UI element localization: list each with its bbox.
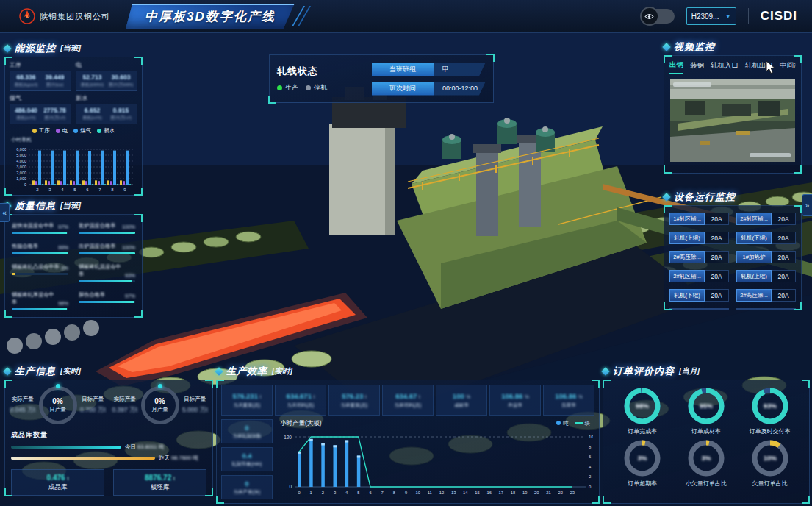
panel-diamond-icon <box>3 44 11 52</box>
donut-label: 订单成材率 <box>691 427 721 435</box>
header-decoration <box>292 6 326 26</box>
svg-text:10: 10 <box>415 491 420 495</box>
efficiency-cell: 100 % 成材率 <box>436 385 487 416</box>
panel-efficiency: 生产效率 [实时] 576.231 t 当天重量(总) 634.671 t 当天… <box>216 366 600 504</box>
svg-text:8: 8 <box>393 491 395 495</box>
video-tab-中间冷[interactable]: 中间冷 <box>780 61 796 74</box>
panel-production: 生产信息 [实时] 实际产量 0.045 万t 0%日产量 目标产量 0.700… <box>4 366 213 496</box>
status-dot <box>277 85 282 90</box>
line-select-dropdown[interactable]: H2309... ▼ <box>686 7 736 25</box>
equipment-button[interactable]: 2#高压除... <box>736 289 772 302</box>
equipment-value: 20A <box>705 289 729 302</box>
company-logo: 陕钢集团汉钢公司 <box>19 8 110 24</box>
donut-gauge: 98% <box>622 386 662 426</box>
svg-text:9: 9 <box>123 188 126 192</box>
donut-label: 小欠量订单占比 <box>686 480 727 488</box>
panel-energy: 能源监控 [当班] 工序 68.336单耗(kgce/t) 39.449累计(t… <box>4 43 143 196</box>
order-donut: 3% 订单超期率 <box>611 438 675 488</box>
svg-text:4: 4 <box>589 465 592 469</box>
donut-gauge: 95% <box>686 386 726 426</box>
svg-text:1: 1 <box>310 491 312 495</box>
video-tab-出钢[interactable]: 出钢 <box>669 61 683 74</box>
svg-text:23: 23 <box>570 491 575 495</box>
status-legend-item: 停机 <box>306 83 327 93</box>
donut-gauge: 10% <box>750 438 790 478</box>
svg-text:0: 0 <box>298 491 300 495</box>
dashboard-root: 陕钢集团汉钢公司 中厚板3D数字化产线 H2309... ▼ CISDI 能源监… <box>0 0 812 506</box>
equipment-button[interactable]: 1#轧区辅... <box>669 213 705 225</box>
efficiency-cell: 106.86 % 作业率 <box>489 385 541 416</box>
legend-dot <box>56 129 60 133</box>
quality-item: 钢板终轧凸度命中率3% <box>12 263 68 282</box>
svg-text:3,000: 3,000 <box>16 165 26 169</box>
equipment-value: 20A <box>772 289 796 302</box>
day-output-gauge: 0%日产量 <box>39 386 77 424</box>
energy-group: 煤气 486.040单耗(m³/t) 2775.78累计(万m³) <box>10 94 71 124</box>
panel-video: 视频监控 出钢 装钢 轧机入口 轧机出口 中间冷 电加热 <box>664 41 802 174</box>
svg-text:21: 21 <box>546 491 550 495</box>
collapse-left-tab[interactable]: « <box>0 203 10 222</box>
svg-text:22: 22 <box>558 491 562 495</box>
svg-text:14: 14 <box>463 491 468 495</box>
svg-text:9: 9 <box>405 491 407 495</box>
svg-text:11: 11 <box>428 491 432 495</box>
equipment-button[interactable]: 2#轧区辅... <box>736 213 772 225</box>
svg-text:93%: 93% <box>764 402 777 410</box>
svg-text:2: 2 <box>36 188 39 192</box>
video-tab-轧机出口[interactable]: 轧机出口 <box>745 61 773 74</box>
production-title: 生产信息 <box>15 365 56 378</box>
quality-item: 出炉温度合格率100% <box>79 243 135 254</box>
legend-item: 工序 <box>32 127 50 135</box>
video-tab-装钢[interactable]: 装钢 <box>690 61 704 74</box>
legend-item: 煤气 <box>73 127 91 135</box>
header-divider <box>748 8 749 24</box>
legend-dot <box>32 129 37 133</box>
svg-text:5: 5 <box>73 188 76 192</box>
svg-text:4: 4 <box>345 491 348 495</box>
shift-team-badge: 当班班组 甲 <box>372 63 486 76</box>
svg-text:4,000: 4,000 <box>16 159 26 163</box>
donut-label: 订单完成率 <box>628 427 657 435</box>
equipment-button[interactable]: 轧机(下辊) <box>669 289 705 302</box>
order-donut: 98% 订单完成率 <box>611 386 675 435</box>
energy-legend: 工序 电 煤气 新水 <box>5 127 142 135</box>
svg-text:20: 20 <box>534 491 539 495</box>
equipment-value: 20A <box>705 213 729 225</box>
panel-diamond-icon <box>662 193 670 201</box>
equipment-row-partial <box>669 308 796 310</box>
equipment-button[interactable]: 轧机(上辊) <box>736 270 772 282</box>
legend-item: 电 <box>56 127 68 135</box>
svg-text:13: 13 <box>451 491 456 495</box>
panel-diamond-icon <box>601 367 609 375</box>
svg-text:2: 2 <box>589 474 592 479</box>
donut-gauge: 93% <box>750 386 790 426</box>
svg-text:18: 18 <box>511 491 515 495</box>
panel-diamond-icon <box>662 43 670 51</box>
header-divider <box>118 10 118 23</box>
equipment-row: 2#轧区辅... 20A 轧机(上辊) 20A <box>669 270 796 282</box>
svg-text:0: 0 <box>289 484 292 489</box>
equipment-button[interactable]: 2#高压除... <box>669 251 705 263</box>
equipment-title: 设备运行监控 <box>674 190 736 204</box>
svg-text:12: 12 <box>439 491 444 495</box>
camera-frame[interactable] <box>670 79 795 165</box>
svg-text:6: 6 <box>369 491 371 495</box>
equipment-value: 20A <box>705 251 729 263</box>
quality-grid: 超快冷温度命中率97% 装炉温度合格率100% 性能合格率99% 出炉温度合格率… <box>5 215 142 318</box>
equipment-row: 1#轧区辅... 20A 2#轧区辅... 20A <box>669 213 796 225</box>
equipment-row: 轧机(上辊) 20A 轧机(下辊) 20A <box>669 232 796 244</box>
visibility-toggle[interactable] <box>642 9 675 24</box>
svg-text:0: 0 <box>589 485 592 489</box>
video-tab-轧机入口[interactable]: 轧机入口 <box>711 61 739 74</box>
equipment-button[interactable]: 轧机(上辊) <box>669 232 705 244</box>
equipment-button[interactable]: 2#轧区辅... <box>669 270 705 282</box>
svg-text:6: 6 <box>86 188 89 192</box>
equipment-button[interactable]: 轧机(下辊) <box>736 232 772 244</box>
order-donuts: 98% 订单完成率 95% 订单成材率 93% 订单及时交付率 3% 订单超期率… <box>603 380 809 488</box>
inventory-label: 成品库数量 <box>11 430 212 440</box>
equipment-button[interactable]: 1#加热炉 <box>736 251 772 263</box>
order-donut: 3% 小欠量订单占比 <box>675 438 739 488</box>
status-legend: 生产 停机 <box>277 83 356 93</box>
svg-text:7: 7 <box>381 491 384 495</box>
expand-right-tab[interactable]: » <box>802 194 812 216</box>
